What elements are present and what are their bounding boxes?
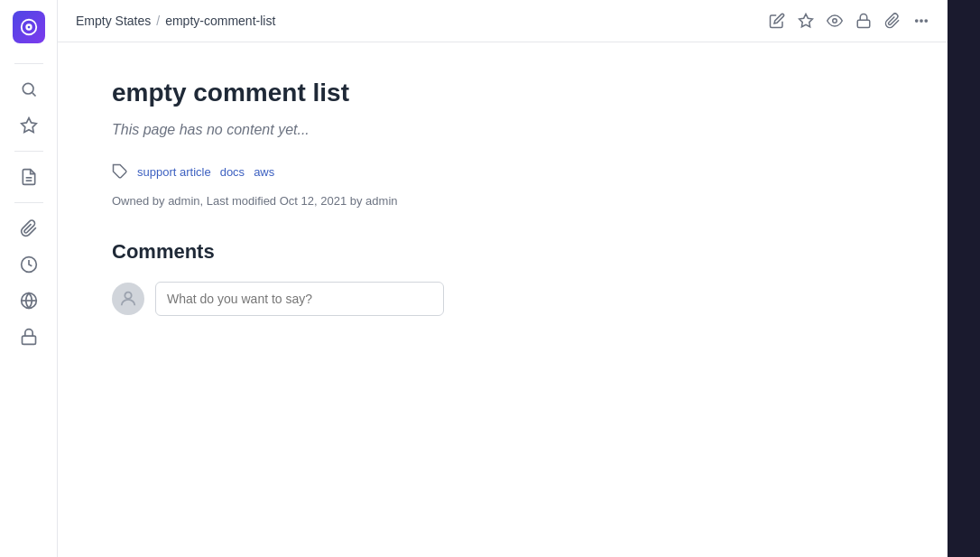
comments-title: Comments — [112, 240, 893, 264]
sidebar-divider-2 — [14, 202, 43, 203]
main-content: Empty States / empty-comment-list — [58, 0, 948, 557]
comment-input-row — [112, 282, 893, 316]
svg-marker-12 — [800, 14, 813, 27]
app-logo[interactable] — [13, 11, 45, 43]
right-panel — [948, 0, 980, 557]
tags-row: support article docs aws — [112, 163, 893, 180]
watch-icon — [827, 13, 843, 29]
svg-point-13 — [833, 19, 837, 23]
breadcrumb-current: empty-comment-list — [165, 14, 275, 28]
attachment-button[interactable] — [884, 13, 901, 29]
breadcrumb-parent[interactable]: Empty States — [76, 14, 151, 28]
svg-point-15 — [916, 20, 918, 22]
page-meta: Owned by admin, Last modified Oct 12, 20… — [112, 194, 893, 208]
sidebar-item-lock[interactable] — [13, 320, 45, 353]
svg-rect-14 — [857, 20, 870, 27]
svg-marker-5 — [21, 118, 36, 133]
globe-icon — [20, 292, 38, 310]
sidebar-item-starred[interactable] — [13, 109, 45, 142]
sidebar-item-recent[interactable] — [13, 248, 45, 281]
sidebar-item-pages[interactable] — [13, 161, 45, 193]
svg-point-17 — [925, 20, 927, 22]
edit-button[interactable] — [769, 13, 785, 29]
star-icon — [20, 116, 38, 135]
logo-icon — [19, 17, 39, 37]
svg-line-4 — [32, 93, 35, 97]
svg-point-16 — [920, 20, 922, 22]
document-icon — [20, 168, 38, 186]
comments-section: Comments — [112, 240, 893, 316]
breadcrumb-separator: / — [156, 14, 160, 28]
attachment-icon — [884, 13, 901, 29]
tag-aws[interactable]: aws — [254, 165, 274, 179]
tag-docs[interactable]: docs — [220, 165, 245, 179]
sidebar-item-attachments[interactable] — [13, 212, 45, 245]
sidebar-item-globe[interactable] — [13, 284, 45, 317]
edit-icon — [769, 13, 785, 29]
sidebar-divider-mid — [14, 151, 43, 152]
more-icon — [913, 13, 929, 29]
lock-action-icon — [855, 13, 872, 29]
page-content: empty comment list This page has no cont… — [58, 42, 948, 557]
comment-input[interactable] — [155, 282, 444, 316]
star-action-icon — [798, 13, 814, 29]
svg-point-19 — [125, 292, 131, 299]
sidebar — [0, 0, 58, 557]
page-subtitle: This page has no content yet... — [112, 122, 893, 138]
sidebar-item-search[interactable] — [13, 73, 45, 106]
avatar — [112, 283, 144, 315]
watch-button[interactable] — [827, 13, 843, 29]
label-icon — [112, 163, 128, 180]
tag-icon — [112, 163, 128, 180]
more-button[interactable] — [913, 13, 929, 29]
page-title: empty comment list — [112, 79, 893, 107]
tag-support-article[interactable]: support article — [137, 165, 211, 179]
page-header: Empty States / empty-comment-list — [58, 0, 948, 42]
svg-rect-11 — [22, 336, 35, 344]
sidebar-divider-top — [14, 63, 43, 64]
lock-button[interactable] — [855, 13, 872, 29]
lock-icon — [20, 328, 38, 346]
breadcrumb: Empty States / empty-comment-list — [76, 14, 275, 28]
user-avatar-icon — [118, 289, 138, 309]
clock-icon — [20, 255, 38, 274]
svg-point-2 — [27, 26, 30, 29]
svg-point-3 — [23, 83, 33, 94]
paperclip-icon — [20, 219, 38, 237]
header-actions — [769, 13, 929, 29]
search-icon — [20, 80, 38, 98]
star-button[interactable] — [798, 13, 814, 29]
